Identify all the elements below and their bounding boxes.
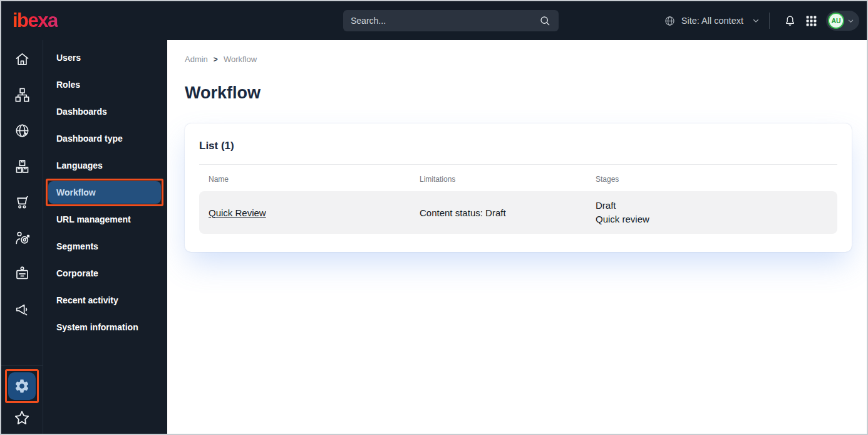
- content-tree-icon[interactable]: [13, 85, 31, 104]
- breadcrumb: Admin > Workflow: [185, 55, 852, 64]
- audience-target-icon[interactable]: [13, 228, 31, 247]
- admin-settings-gear-icon[interactable]: [8, 372, 36, 400]
- site-context-label: Site: All context: [681, 16, 743, 26]
- stage-item: Draft: [596, 199, 837, 212]
- breadcrumb-admin[interactable]: Admin: [185, 55, 208, 64]
- rail-divider: [1, 365, 43, 366]
- page-title: Workflow: [185, 83, 852, 103]
- workflow-limitations: Content status: Draft: [410, 207, 586, 218]
- column-header-limitations: Limitations: [410, 175, 586, 184]
- main-icon-sidebar: [1, 40, 43, 434]
- sidebar-item-recent-activity[interactable]: Recent activity: [48, 289, 161, 312]
- top-bar: ibexa Site: All context: [1, 1, 867, 40]
- id-badge-icon[interactable]: [13, 264, 31, 283]
- search-icon[interactable]: [539, 14, 551, 27]
- sidebar-item-dashboards[interactable]: Dashboards: [48, 100, 161, 123]
- sidebar-item-system-information[interactable]: System information: [48, 316, 161, 338]
- topbar-actions: Site: All context A: [664, 11, 859, 31]
- site-globe-icon[interactable]: [13, 121, 31, 140]
- apps-grid-icon[interactable]: [805, 15, 817, 27]
- breadcrumb-workflow: Workflow: [224, 55, 257, 64]
- breadcrumb-separator: >: [214, 55, 218, 64]
- sidebar-item-url-management[interactable]: URL management: [48, 208, 161, 231]
- app-window: ibexa Site: All context: [0, 0, 868, 435]
- topbar-divider: [769, 13, 770, 29]
- home-icon[interactable]: [13, 50, 31, 68]
- chevron-down-icon: [752, 17, 760, 24]
- site-context-switcher[interactable]: Site: All context: [664, 15, 760, 27]
- stage-item: Quick review: [596, 212, 837, 226]
- favorites-star-icon[interactable]: [13, 409, 31, 427]
- card-divider: [199, 164, 837, 165]
- search-input[interactable]: [351, 16, 539, 26]
- sidebar-item-corporate[interactable]: Corporate: [48, 262, 161, 285]
- table-header-row: Name Limitations Stages: [199, 175, 837, 184]
- main-content: Admin > Workflow Workflow List (1) Name …: [167, 40, 867, 434]
- workflow-name-link[interactable]: Quick Review: [209, 207, 266, 218]
- globe-icon: [664, 15, 676, 27]
- workflow-stages: Draft Quick review: [586, 199, 837, 226]
- chevron-down-icon: [847, 18, 854, 24]
- workflow-list-card: List (1) Name Limitations Stages Quick R…: [185, 123, 852, 252]
- list-count-title: List (1): [199, 140, 837, 152]
- sidebar-item-languages[interactable]: Languages: [48, 154, 161, 177]
- notifications-bell-icon[interactable]: [783, 14, 797, 28]
- product-catalog-icon[interactable]: [13, 157, 31, 176]
- global-search[interactable]: [343, 10, 559, 31]
- admin-submenu: Users Roles Dashboards Dashboard type La…: [43, 40, 167, 434]
- user-menu[interactable]: AU: [826, 11, 859, 31]
- column-header-stages: Stages: [586, 175, 837, 184]
- avatar: AU: [828, 13, 844, 29]
- megaphone-icon[interactable]: [13, 300, 31, 318]
- sidebar-item-roles[interactable]: Roles: [48, 73, 161, 96]
- column-header-name: Name: [199, 175, 410, 184]
- sidebar-item-segments[interactable]: Segments: [48, 235, 161, 258]
- cart-icon[interactable]: [13, 192, 31, 211]
- ibexa-logo[interactable]: ibexa: [13, 9, 58, 32]
- table-row[interactable]: Quick Review Content status: Draft Draft…: [199, 191, 837, 234]
- sidebar-item-users[interactable]: Users: [48, 46, 161, 69]
- sidebar-item-workflow[interactable]: Workflow: [48, 181, 161, 204]
- sidebar-item-dashboard-type[interactable]: Dashboard type: [48, 127, 161, 150]
